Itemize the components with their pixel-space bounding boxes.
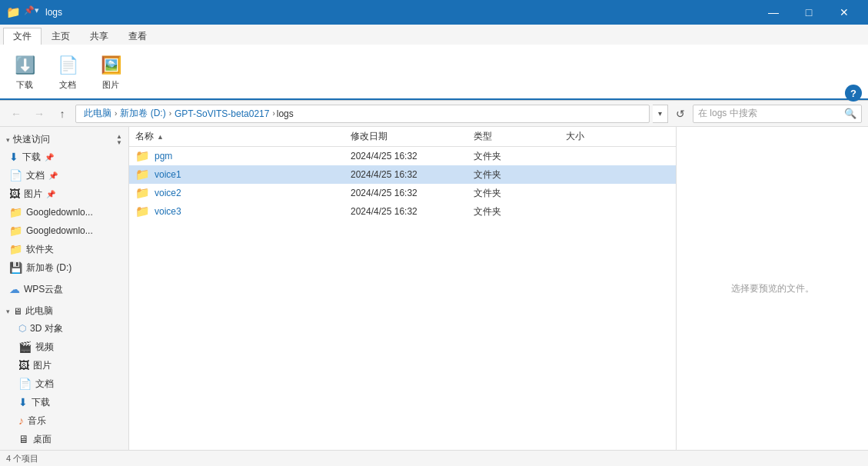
table-row[interactable]: 📁 pgm 2024/4/25 16:32 文件夹 bbox=[129, 147, 676, 165]
sidebar-google2-label: Googledownlo... bbox=[26, 225, 93, 236]
folder-icon-pgm: 📁 bbox=[135, 149, 150, 163]
title-bar-file-icons: 📁 📌▾ bbox=[6, 5, 39, 19]
table-row[interactable]: 📁 voice2 2024/4/25 16:32 文件夹 bbox=[129, 184, 676, 202]
sidebar-quickaccess-header[interactable]: ▾ 快速访问 ▲▼ bbox=[0, 130, 128, 148]
ribbon: 文件 主页 共享 查看 ⬇️ 下载 📄 文档 🖼️ 图片 ? bbox=[0, 25, 868, 101]
pin-icon3: 📌 bbox=[46, 190, 55, 198]
address-dropdown[interactable]: ▾ bbox=[653, 105, 668, 123]
file-type-pgm: 文件夹 bbox=[474, 150, 566, 163]
3d-icon: ⬡ bbox=[18, 323, 26, 334]
sidebar-item-pictures[interactable]: 🖼 图片 📌 bbox=[0, 185, 128, 203]
sidebar-item-cdrive[interactable]: 💾 本地磁盘 (C:) bbox=[0, 448, 128, 450]
tab-file[interactable]: 文件 bbox=[3, 28, 42, 45]
window-controls: — □ ✕ bbox=[756, 0, 862, 25]
sidebar-item-google2[interactable]: 📁 Googledownlo... bbox=[0, 221, 128, 240]
file-type-voice3: 文件夹 bbox=[474, 205, 566, 218]
sidebar-item-documents[interactable]: 📄 文档 📌 bbox=[0, 166, 128, 185]
preview-empty-text: 选择要预览的文件。 bbox=[731, 282, 814, 295]
sidebar-download2-label: 下载 bbox=[32, 396, 50, 409]
file-name-voice3: 📁 voice3 bbox=[135, 205, 351, 218]
folder-icon-software: 📁 bbox=[9, 243, 22, 255]
file-date-voice3: 2024/4/25 16:32 bbox=[351, 206, 474, 217]
tab-home[interactable]: 主页 bbox=[42, 28, 80, 45]
folder-icon-voice2: 📁 bbox=[135, 186, 150, 200]
sidebar-pictures-label: 图片 bbox=[24, 188, 42, 201]
sidebar-item-pictures2[interactable]: 🖼 图片 bbox=[0, 356, 128, 374]
forward-button[interactable]: → bbox=[29, 104, 49, 124]
cloud-icon: ☁ bbox=[9, 283, 20, 295]
sidebar-software-label: 软件夹 bbox=[26, 243, 54, 256]
search-placeholder: 在 logs 中搜索 bbox=[698, 107, 844, 120]
sidebar-documents-label: 文档 bbox=[26, 169, 45, 182]
sidebar-item-3dobjects[interactable]: ⬡ 3D 对象 bbox=[0, 319, 128, 338]
sidebar-item-wpscloud[interactable]: ☁ WPS云盘 bbox=[0, 280, 128, 298]
sidebar-item-google1[interactable]: 📁 Googledownlo... bbox=[0, 203, 128, 221]
sidebar-thispc-header[interactable]: ▾ 🖥 此电脑 bbox=[0, 301, 128, 319]
file-name-voice1: 📁 voice1 bbox=[135, 168, 351, 181]
file-list: 📁 pgm 2024/4/25 16:32 文件夹 📁 voice1 2024/… bbox=[129, 147, 676, 450]
file-header: 名称 ▲ 修改日期 类型 大小 bbox=[129, 127, 676, 147]
refresh-button[interactable]: ↺ bbox=[671, 105, 690, 123]
sidebar-item-softwarefolder[interactable]: 📁 软件夹 bbox=[0, 240, 128, 258]
breadcrumb-drive[interactable]: 新加卷 (D:) bbox=[118, 107, 167, 120]
col-size-header[interactable]: 大小 bbox=[566, 130, 643, 143]
col-type-header[interactable]: 类型 bbox=[474, 130, 566, 143]
folder-title-icon: 📁 bbox=[6, 5, 21, 19]
ribbon-content: ⬇️ 下载 📄 文档 🖼️ 图片 ? bbox=[0, 45, 868, 100]
sidebar-download-label: 下载 bbox=[22, 151, 41, 164]
file-date-pgm: 2024/4/25 16:32 bbox=[351, 151, 474, 161]
table-row[interactable]: 📁 voice1 2024/4/25 16:32 文件夹 bbox=[129, 165, 676, 184]
breadcrumb: 此电脑 › 新加卷 (D:) › GPT-SoVITS-beta0217 › l… bbox=[82, 107, 643, 120]
title-bar: 📁 📌▾ logs — □ ✕ bbox=[0, 0, 868, 25]
status-bar: 4 个项目 bbox=[0, 450, 868, 466]
breadcrumb-folder[interactable]: GPT-SoVITS-beta0217 bbox=[173, 108, 271, 119]
back-button[interactable]: ← bbox=[6, 104, 26, 124]
close-button[interactable]: ✕ bbox=[826, 0, 862, 25]
minimize-button[interactable]: — bbox=[756, 0, 791, 25]
quickaccess-arrow: ▾ bbox=[6, 136, 10, 144]
sidebar: ▾ 快速访问 ▲▼ ⬇ 下载 📌 📄 文档 📌 🖼 图片 📌 📁 Googled… bbox=[0, 127, 129, 450]
sidebar-item-desktop[interactable]: 🖥 桌面 bbox=[0, 430, 128, 448]
thispc-icon: 🖥 bbox=[13, 306, 22, 317]
sidebar-item-download2[interactable]: ⬇ 下载 bbox=[0, 393, 128, 411]
ribbon-tab-bar: 文件 主页 共享 查看 bbox=[0, 25, 868, 45]
file-date-voice1: 2024/4/25 16:32 bbox=[351, 169, 474, 180]
sidebar-item-music[interactable]: ♪ 音乐 bbox=[0, 411, 128, 430]
search-icon[interactable]: 🔍 bbox=[844, 108, 856, 119]
ribbon-picture-btn[interactable]: 🖼️ 图片 bbox=[92, 48, 129, 95]
pictures-sidebar-icon: 🖼 bbox=[9, 188, 20, 200]
col-name-header[interactable]: 名称 ▲ bbox=[135, 130, 351, 143]
ribbon-document-btn[interactable]: 📄 文档 bbox=[49, 48, 86, 95]
download2-icon: ⬇ bbox=[18, 396, 28, 408]
file-type-voice2: 文件夹 bbox=[474, 187, 566, 200]
address-input[interactable]: 此电脑 › 新加卷 (D:) › GPT-SoVITS-beta0217 › l… bbox=[75, 105, 650, 123]
file-name-pgm: 📁 pgm bbox=[135, 149, 351, 163]
ribbon-download-btn[interactable]: ⬇️ 下载 bbox=[6, 48, 43, 95]
main-area: ▾ 快速访问 ▲▼ ⬇ 下载 📌 📄 文档 📌 🖼 图片 📌 📁 Googled… bbox=[0, 127, 868, 450]
file-type-voice1: 文件夹 bbox=[474, 168, 566, 181]
sidebar-item-video[interactable]: 🎬 视频 bbox=[0, 338, 128, 356]
tab-view[interactable]: 查看 bbox=[118, 28, 157, 45]
sidebar-item-documents2[interactable]: 📄 文档 bbox=[0, 374, 128, 393]
up-button[interactable]: ↑ bbox=[52, 104, 72, 124]
col-date-header[interactable]: 修改日期 bbox=[351, 130, 474, 143]
desktop-icon: 🖥 bbox=[18, 433, 29, 445]
breadcrumb-thispc[interactable]: 此电脑 bbox=[82, 107, 113, 120]
pin-icon2: 📌 bbox=[48, 171, 58, 180]
table-row[interactable]: 📁 voice3 2024/4/25 16:32 文件夹 bbox=[129, 202, 676, 221]
preview-pane: 选择要预览的文件。 bbox=[676, 127, 868, 450]
help-button[interactable]: ? bbox=[845, 85, 862, 102]
folder-icon-google1: 📁 bbox=[9, 206, 22, 218]
sidebar-item-download[interactable]: ⬇ 下载 📌 bbox=[0, 148, 128, 166]
file-area: 名称 ▲ 修改日期 类型 大小 📁 pgm 2024/4/25 16:32 文件… bbox=[129, 127, 676, 450]
sidebar-music-label: 音乐 bbox=[28, 414, 46, 428]
sidebar-wpscloud-label: WPS云盘 bbox=[24, 283, 63, 296]
thispc-label: 此电脑 bbox=[25, 305, 53, 318]
title-toolbar-icons: 📌▾ bbox=[24, 5, 39, 19]
sidebar-item-newdrive[interactable]: 💾 新加卷 (D:) bbox=[0, 258, 128, 277]
download-sidebar-icon: ⬇ bbox=[9, 151, 18, 163]
tab-share[interactable]: 共享 bbox=[80, 28, 118, 45]
search-box[interactable]: 在 logs 中搜索 🔍 bbox=[693, 105, 862, 123]
collapse-arrows: ▲▼ bbox=[116, 134, 122, 146]
maximize-button[interactable]: □ bbox=[791, 0, 826, 25]
